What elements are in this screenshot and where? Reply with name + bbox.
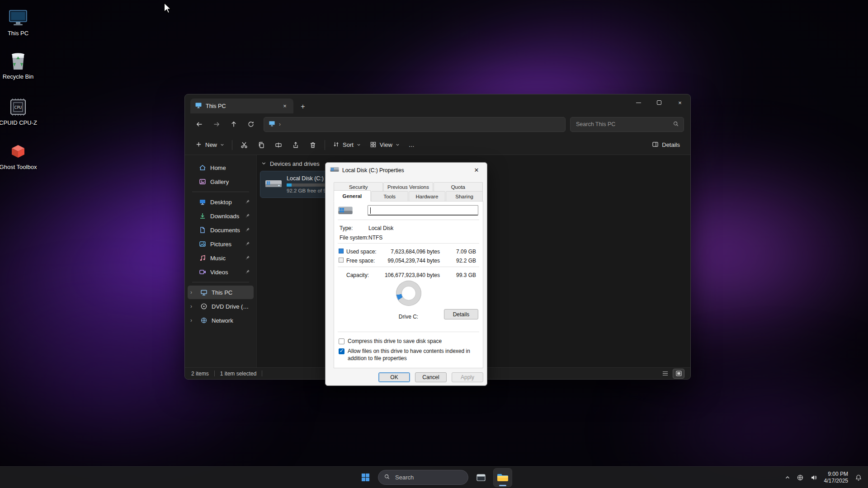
compress-checkbox-row[interactable]: Compress this drive to save disk space [339, 338, 479, 345]
general-tab-page: Type: Local Disk File system: NTFS Used … [334, 201, 483, 368]
tab-hardware[interactable]: Hardware [409, 191, 446, 202]
this-pc-icon [200, 289, 208, 296]
sidebar-item-desktop[interactable]: Desktop [188, 195, 254, 209]
volume-icon[interactable] [808, 469, 820, 487]
sidebar-item-gallery[interactable]: Gallery [188, 175, 254, 188]
up-button[interactable] [226, 117, 242, 132]
maximize-button[interactable] [649, 94, 670, 111]
chevron-right-icon[interactable]: › [190, 289, 196, 296]
tab-quota[interactable]: Quota [434, 182, 483, 192]
pin-icon [245, 241, 251, 247]
desktop-icon-ghost-toolbox[interactable]: Ghost Toolbox [0, 141, 39, 171]
index-checkbox-row[interactable]: Allow files on this drive to have conten… [339, 348, 479, 362]
cut-button[interactable] [236, 137, 252, 153]
view-button[interactable]: View [366, 137, 404, 153]
details-button[interactable]: Details [444, 309, 478, 319]
forward-button[interactable] [208, 117, 225, 132]
command-bar: New Sort [185, 135, 690, 155]
network-icon [200, 317, 208, 324]
tab-tools[interactable]: Tools [371, 191, 408, 202]
close-button[interactable]: × [670, 94, 690, 111]
navigation-pane: Home Gallery Desktop Downloads [185, 155, 256, 367]
volume-label-input[interactable] [368, 206, 478, 215]
back-button[interactable] [191, 117, 208, 132]
desktop-icon-recycle-bin[interactable]: Recycle Bin [0, 51, 39, 80]
sidebar-item-documents[interactable]: Documents [188, 223, 254, 237]
taskbar-app-window-icon[interactable] [472, 469, 490, 487]
sort-button[interactable]: Sort [329, 137, 365, 153]
sidebar-item-label: Desktop [210, 199, 241, 206]
dialog-close-icon[interactable]: ✕ [467, 164, 486, 176]
sidebar-item-home[interactable]: Home [188, 161, 254, 174]
chevron-right-icon[interactable]: › [190, 303, 196, 310]
new-tab-button[interactable]: + [296, 100, 310, 113]
delete-button[interactable] [305, 137, 321, 153]
sidebar-item-downloads[interactable]: Downloads [188, 209, 254, 223]
documents-icon [198, 226, 206, 234]
desktop-icon-this-pc[interactable]: This PC [0, 7, 39, 37]
sidebar-item-dvd-drive[interactable]: › DVD Drive (D:) WIN [188, 300, 254, 313]
refresh-button[interactable] [243, 117, 259, 132]
clock-date: 4/17/2025 [824, 478, 848, 484]
more-options-button[interactable]: … [405, 137, 419, 153]
sidebar-item-pictures[interactable]: Pictures [188, 237, 254, 251]
sidebar-item-music[interactable]: Music [188, 251, 254, 265]
cpuz-icon: CPU [8, 97, 28, 117]
section-devices-and-drives[interactable]: Devices and drives [261, 160, 320, 167]
minimize-button[interactable] [628, 94, 649, 111]
used-space-legend-swatch [339, 249, 344, 253]
sidebar-item-this-pc[interactable]: › This PC [188, 286, 254, 299]
tab-close-icon[interactable]: × [281, 102, 289, 110]
tab-sharing[interactable]: Sharing [446, 191, 483, 202]
new-button[interactable]: New [191, 137, 228, 153]
copy-button[interactable] [253, 137, 269, 153]
taskbar-search-input[interactable] [394, 474, 476, 481]
ok-button[interactable]: OK [378, 372, 410, 382]
sidebar-item-label: DVD Drive (D:) WIN [212, 303, 251, 310]
this-pc-icon [8, 7, 28, 28]
chevron-down-icon[interactable] [261, 160, 266, 167]
items-count: 2 items [191, 371, 209, 377]
search-input[interactable] [575, 121, 669, 128]
index-checkbox[interactable] [339, 348, 344, 354]
rename-button[interactable] [270, 137, 287, 153]
file-system-label: File system: [340, 235, 368, 241]
capacity-bytes: 106,677,923,840 bytes [385, 272, 440, 278]
network-icon[interactable] [794, 469, 806, 487]
details-view-toggle[interactable] [660, 369, 670, 378]
file-explorer-taskbar-icon[interactable] [494, 469, 512, 487]
sidebar-item-network[interactable]: › Network [188, 314, 254, 327]
volume-label-field[interactable] [368, 205, 478, 216]
taskbar-search[interactable] [378, 470, 468, 485]
chevron-right-icon[interactable]: › [190, 317, 196, 324]
free-space-label: Free space: [346, 258, 375, 264]
more-options-label: … [409, 141, 415, 148]
start-button[interactable] [356, 469, 374, 487]
details-pane-button[interactable]: Details [648, 137, 684, 153]
thumbnail-view-toggle[interactable] [673, 369, 684, 378]
tab-general[interactable]: General [334, 190, 371, 202]
desktop-icon-cpuz[interactable]: CPU CPUID CPU-Z [0, 97, 39, 127]
tray-chevron-up-icon[interactable] [783, 469, 793, 487]
desktop-icon-label: CPUID CPU-Z [0, 120, 39, 127]
sidebar-separator [192, 282, 249, 282]
sidebar-item-videos[interactable]: Videos [188, 265, 254, 279]
free-space-bytes: 99,054,239,744 bytes [388, 258, 440, 264]
taskbar-clock[interactable]: 9:00 PM 4/17/2025 [821, 471, 851, 484]
tab-row-front: General Tools Hardware Sharing [334, 191, 483, 202]
share-button[interactable] [288, 137, 304, 153]
tab-previous-versions[interactable]: Previous Versions [383, 182, 433, 192]
dvd-drive-icon [200, 303, 208, 310]
pictures-icon [198, 240, 206, 248]
notification-bell-icon[interactable] [853, 469, 864, 487]
details-pane-label: Details [662, 141, 680, 148]
address-bar[interactable]: › [264, 117, 566, 132]
explorer-search[interactable] [570, 117, 684, 132]
sidebar-item-label: Music [210, 255, 241, 262]
explorer-tab[interactable]: This PC × [190, 99, 293, 113]
capacity-size: 99.3 GB [456, 272, 476, 278]
type-label: Type: [340, 225, 353, 231]
compress-checkbox[interactable] [339, 338, 344, 344]
cancel-button[interactable]: Cancel [415, 372, 447, 382]
apply-button[interactable]: Apply [452, 372, 483, 382]
